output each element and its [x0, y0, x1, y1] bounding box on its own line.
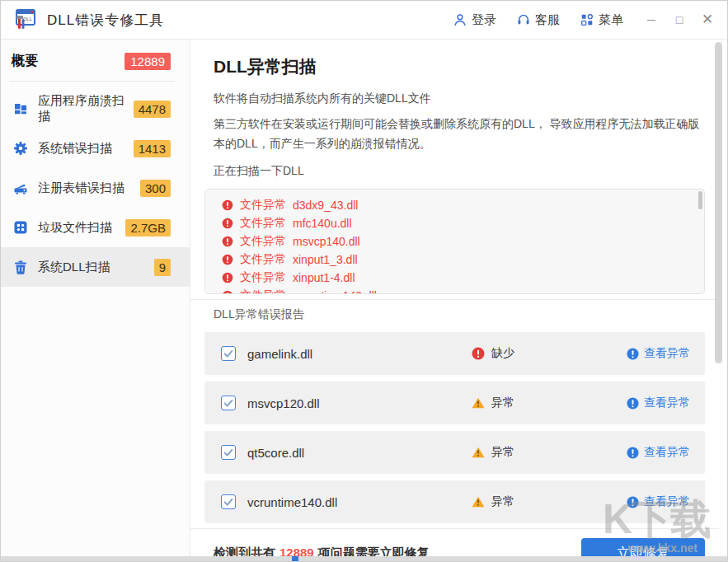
count-badge: 1413	[134, 140, 171, 157]
view-details-label: 查看异常	[644, 494, 690, 509]
menu-button[interactable]: 菜单	[580, 12, 623, 28]
error-circle-icon	[222, 290, 233, 294]
scan-log-panel[interactable]: 文件异常 d3dx9_43.dll 文件异常 mfc140u.dll 文件异常 …	[204, 189, 705, 294]
info-circle-icon	[627, 348, 639, 360]
error-circle-icon	[222, 254, 233, 265]
user-icon	[453, 12, 467, 27]
error-circle-icon	[222, 272, 233, 283]
sidebar-item-junk-file-scan[interactable]: 垃圾文件扫描 2.7GB	[1, 208, 190, 247]
view-details-link[interactable]: 查看异常	[627, 396, 690, 410]
description-line1: 软件将自动扫描系统内所有的关键DLL文件	[214, 91, 705, 106]
status-text: 异常	[491, 445, 514, 460]
app-title: DLL错误专修工具	[47, 11, 164, 30]
main-panel: DLL异常扫描 软件将自动扫描系统内所有的关键DLL文件 第三方软件在安装或运行…	[190, 40, 727, 561]
scan-log-item: 文件异常 xinput1-4.dll	[222, 269, 704, 287]
report-title: DLL异常错误报告	[214, 307, 705, 322]
svg-text:DLL: DLL	[23, 16, 33, 21]
app-window: DLL DLL错误专修工具 登录 客服 菜单 ─ □	[0, 0, 728, 562]
sidebar-list: 应用程序崩溃扫描 4478 系统错误扫描 1413 注册表错误扫描 300 垃圾…	[1, 89, 190, 287]
tiles-icon	[12, 101, 29, 117]
sidebar-item-label: 垃圾文件扫描	[38, 220, 125, 236]
sidebar-item-label: 应用程序崩溃扫描	[38, 93, 134, 124]
scan-log-prefix: 文件异常	[240, 252, 286, 267]
status-badge: 缺少	[472, 346, 514, 361]
menu-grid-icon	[580, 12, 594, 27]
row-checkbox[interactable]	[221, 494, 236, 509]
gear-icon	[12, 140, 29, 157]
error-circle-icon	[222, 199, 233, 211]
report-list: gamelink.dll 缺少 查看异常 msvcp120.dll	[204, 332, 705, 523]
sidebar-item-system-error-scan[interactable]: 系统错误扫描 1413	[1, 129, 190, 168]
sidebar-item-overview[interactable]: 概要 12889	[1, 40, 190, 70]
view-details-label: 查看异常	[644, 346, 690, 361]
view-details-link[interactable]: 查看异常	[627, 346, 690, 361]
trash-icon	[12, 259, 29, 275]
sidebar-item-label: 系统错误扫描	[38, 141, 134, 157]
sidebar-item-registry-error-scan[interactable]: 注册表错误扫描 300	[1, 168, 190, 208]
login-button[interactable]: 登录	[453, 12, 496, 28]
info-circle-icon	[627, 447, 639, 459]
menu-label: 菜单	[599, 12, 623, 28]
error-circle-icon	[222, 218, 233, 229]
overview-label: 概要	[12, 53, 38, 70]
scan-log-file: msvcp140.dll	[293, 235, 360, 248]
page-title: DLL异常扫描	[214, 55, 705, 78]
support-button[interactable]: 客服	[516, 12, 560, 28]
scan-log-file: mfc140u.dll	[293, 217, 352, 230]
maximize-button[interactable]: □	[673, 13, 686, 26]
support-label: 客服	[535, 12, 560, 28]
app-logo-icon: DLL	[11, 7, 37, 32]
status-badge: 异常	[472, 445, 514, 460]
close-button[interactable]: ✕	[701, 13, 714, 26]
sidebar-divider	[9, 81, 175, 82]
scan-log-prefix: 文件异常	[240, 270, 286, 285]
sidebar-item-label: 注册表错误扫描	[38, 180, 140, 196]
row-checkbox[interactable]	[221, 396, 236, 410]
sidebar: 概要 12889 应用程序崩溃扫描 4478 系统错误扫描 1413 注册表错误	[1, 40, 190, 561]
status-text: 缺少	[491, 346, 514, 361]
scan-log-prefix: 文件异常	[240, 216, 286, 231]
layout: 概要 12889 应用程序崩溃扫描 4478 系统错误扫描 1413 注册表错误	[1, 40, 727, 561]
dll-name: msvcp120.dll	[247, 396, 472, 410]
horizontal-scrollbar[interactable]	[1, 556, 727, 561]
titlebar: DLL DLL错误专修工具 登录 客服 菜单 ─ □	[1, 1, 727, 40]
scanner-icon	[12, 180, 29, 196]
dll-name: vcruntime140.dll	[247, 495, 472, 509]
status-text: 异常	[491, 494, 514, 509]
scan-log-file: vcruntime140.dll	[293, 289, 377, 294]
report-row-vcruntime140: vcruntime140.dll 异常 查看异常	[204, 480, 705, 523]
vertical-scrollbar-thumb[interactable]	[715, 42, 722, 363]
scan-log-prefix: 文件异常	[240, 288, 286, 294]
info-circle-icon	[627, 397, 639, 410]
count-badge: 300	[140, 180, 171, 197]
overview-count-badge: 12889	[124, 53, 171, 70]
scan-log-scrollbar[interactable]	[698, 191, 702, 209]
scan-log-prefix: 文件异常	[240, 234, 286, 249]
count-badge: 2.7GB	[125, 219, 171, 237]
titlebar-left: DLL DLL错误专修工具	[11, 7, 164, 32]
minimize-button[interactable]: ─	[645, 13, 658, 26]
sidebar-item-app-crash-scan[interactable]: 应用程序崩溃扫描 4478	[1, 89, 190, 129]
scan-log-file: xinput1_3.dll	[293, 253, 358, 266]
count-badge: 4478	[134, 101, 171, 118]
report-row-msvcp120: msvcp120.dll 异常 查看异常	[204, 382, 705, 424]
status-text: 异常	[491, 396, 514, 410]
description-line2: 第三方软件在安装或运行期间可能会替换或删除系统原有的DLL， 导致应用程序无法加…	[214, 114, 702, 153]
status-warning-icon	[472, 396, 485, 410]
horizontal-scrollbar-thumb[interactable]	[292, 556, 298, 561]
section-divider	[190, 299, 719, 300]
login-label: 登录	[472, 12, 496, 28]
row-checkbox[interactable]	[221, 445, 236, 460]
window-controls: ─ □ ✕	[645, 13, 714, 26]
row-checkbox[interactable]	[221, 346, 236, 361]
report-row-gamelink: gamelink.dll 缺少 查看异常	[204, 332, 705, 375]
scanning-status-label: 正在扫描一下DLL	[214, 164, 705, 179]
scan-log-prefix: 文件异常	[240, 198, 286, 213]
view-details-link[interactable]: 查看异常	[627, 445, 690, 460]
scan-log-file: d3dx9_43.dll	[293, 199, 358, 212]
status-badge: 异常	[472, 396, 514, 410]
sidebar-item-system-dll-scan[interactable]: 系统DLL扫描 9	[1, 247, 190, 287]
view-details-link[interactable]: 查看异常	[627, 494, 690, 509]
view-details-label: 查看异常	[644, 396, 690, 410]
sidebar-item-label: 系统DLL扫描	[38, 260, 154, 275]
